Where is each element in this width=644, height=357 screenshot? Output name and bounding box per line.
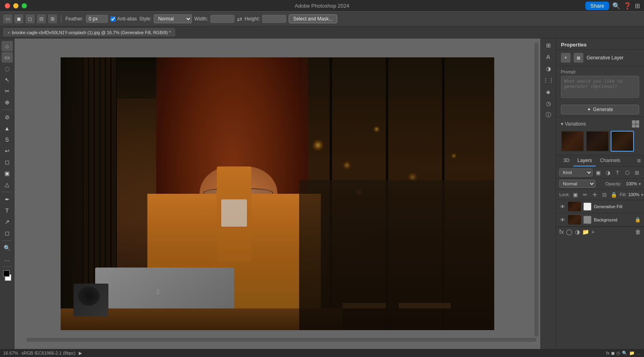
path-tool[interactable]: ↗ <box>2 217 13 227</box>
add-layer-icon[interactable]: + <box>591 229 595 235</box>
patterns-icon[interactable]: ⋮⋮ <box>543 75 554 85</box>
layers-menu-icon[interactable]: ≡ <box>637 157 641 164</box>
layer-row-background[interactable]: 👁 Background 🔒 <box>556 213 644 227</box>
maximize-button[interactable] <box>22 3 27 8</box>
swap-icon[interactable]: ⇄ <box>237 15 242 23</box>
help-icon[interactable]: ❓ <box>624 2 632 10</box>
kind-select[interactable]: Kind <box>559 168 593 176</box>
status-icon-4[interactable]: 🔍 <box>622 351 628 356</box>
variation-3[interactable] <box>611 131 634 152</box>
generate-button[interactable]: ✦ Generate <box>561 105 639 114</box>
vertical-scrollbar[interactable] <box>534 43 538 337</box>
variation-1[interactable] <box>561 131 584 152</box>
blend-row: Normal Multiply Screen Opacity: 100% ▾ <box>556 178 644 189</box>
horizontal-scrollbar[interactable] <box>26 338 536 342</box>
lock-position-icon[interactable]: ✛ <box>591 191 599 199</box>
shape-tool[interactable]: ◻ <box>2 228 13 238</box>
status-arrow-icon[interactable]: ▶ <box>79 351 82 356</box>
selection-tool[interactable]: ▭ <box>2 52 13 63</box>
minimize-button[interactable] <box>13 3 18 8</box>
info-icon[interactable]: ⓘ <box>543 110 554 120</box>
layer-visibility-background[interactable]: 👁 <box>559 217 566 223</box>
feather-input[interactable] <box>86 15 108 23</box>
width-input[interactable] <box>210 15 234 23</box>
tab-close-icon[interactable]: × <box>8 30 10 35</box>
filter-shape-icon[interactable]: ⬡ <box>623 168 631 176</box>
adjustments-icon[interactable]: ◑ <box>543 63 554 74</box>
filter-adjust-icon[interactable]: ◑ <box>604 168 612 176</box>
lasso-tool[interactable]: ◌ <box>2 63 13 74</box>
history-icon[interactable]: ◷ <box>543 98 554 109</box>
color-swatches[interactable] <box>2 270 13 281</box>
tool-icon-4[interactable]: ⊟ <box>37 14 46 23</box>
filter-pixel-icon[interactable]: ▣ <box>594 168 602 176</box>
status-icon-1[interactable]: fx <box>606 351 609 355</box>
clone-tool[interactable]: S <box>2 134 13 145</box>
tool-options-icon[interactable]: ▭ <box>3 14 12 23</box>
prompt-textarea[interactable] <box>561 76 639 98</box>
crop-tool[interactable]: ✂ <box>2 86 13 96</box>
opacity-value[interactable]: 100% <box>623 181 637 186</box>
add-mask-icon[interactable]: ◯ <box>566 229 573 235</box>
tool-icon-2[interactable]: ◼ <box>14 14 23 23</box>
delete-layer-icon[interactable]: 🗑 <box>635 229 641 235</box>
layer-mask-generative[interactable] <box>583 203 591 211</box>
status-icon-2[interactable]: ◼ <box>611 351 615 356</box>
more-tools[interactable]: … <box>2 254 13 264</box>
status-icon-6[interactable]: … <box>636 351 641 355</box>
lock-all-icon[interactable]: 🔒 <box>610 191 618 199</box>
tool-icon-3[interactable]: ◻ <box>26 14 35 23</box>
libraries-icon[interactable]: A <box>543 52 554 62</box>
variation-2[interactable] <box>586 131 609 152</box>
chevron-down-icon[interactable]: ▾ <box>561 121 563 127</box>
anti-alias-checkbox[interactable] <box>110 16 116 22</box>
foreground-color[interactable] <box>3 270 10 277</box>
eraser-tool[interactable]: ◻ <box>2 157 13 167</box>
fill-chevron-icon[interactable]: ▾ <box>641 193 643 197</box>
layer-visibility-generative[interactable]: 👁 <box>559 203 566 210</box>
filter-type-icon[interactable]: T <box>613 168 622 176</box>
filter-smart-icon[interactable]: ⊞ <box>633 168 641 176</box>
pen-tool[interactable]: ✒ <box>2 194 13 205</box>
height-input[interactable] <box>262 15 286 23</box>
history-brush[interactable]: ↩ <box>2 146 13 156</box>
document-tab[interactable]: × brooke-cagle-cb4Dv50LN1Y-unsplash (1).… <box>3 28 175 37</box>
gradient-tool[interactable]: ▣ <box>2 168 13 178</box>
layer-row-generative[interactable]: 👁 Generative Fill <box>556 200 644 213</box>
canvas-area[interactable]:  <box>14 39 540 349</box>
lock-transparency-icon[interactable]: ▣ <box>571 191 579 199</box>
eyedropper-tool[interactable]: ⊕ <box>2 97 13 108</box>
blur-tool[interactable]: △ <box>2 179 13 190</box>
select-mask-button[interactable]: Select and Mask... <box>289 14 337 23</box>
move-tool[interactable]: ⌂ <box>2 41 13 51</box>
close-button[interactable] <box>5 3 10 8</box>
properties-icon[interactable]: ⊞ <box>543 40 554 51</box>
status-icon-3[interactable]: ◷ <box>616 351 620 356</box>
style-select[interactable]: Normal Fixed Ratio Fixed Size <box>154 14 192 23</box>
lock-artboard-icon[interactable]: ⊟ <box>600 191 608 199</box>
opacity-chevron-icon[interactable]: ▾ <box>639 182 641 186</box>
lock-pixels-icon[interactable]: ✏ <box>581 191 589 199</box>
layer-mask-background[interactable] <box>583 216 591 224</box>
blend-mode-select[interactable]: Normal Multiply Screen <box>559 180 595 188</box>
brush-tool[interactable]: ▲ <box>2 123 13 134</box>
tab-layers[interactable]: Layers <box>573 155 596 166</box>
window-icon[interactable]: ⊞ <box>635 2 640 10</box>
search-icon[interactable]: 🔍 <box>612 2 620 10</box>
tool-icon-5[interactable]: ⊞ <box>48 14 57 23</box>
add-adjustment-icon[interactable]: ◑ <box>575 229 580 235</box>
tab-channels[interactable]: Channels <box>596 155 624 166</box>
healing-tool[interactable]: ⊘ <box>2 112 13 122</box>
fx-icon[interactable]: fx <box>559 229 564 235</box>
anti-alias-label[interactable]: Anti-alias <box>110 16 137 22</box>
zoom-tool[interactable]: 🔍 <box>2 243 13 253</box>
grid-view-icon[interactable] <box>632 120 639 128</box>
text-tool[interactable]: T <box>2 205 13 216</box>
status-icon-5[interactable]: 📁 <box>629 351 635 356</box>
share-button[interactable]: Share <box>585 2 609 10</box>
add-group-icon[interactable]: 📁 <box>582 229 589 235</box>
object-selection-tool[interactable]: ↖ <box>2 75 13 85</box>
fill-value[interactable]: 100% <box>628 192 639 197</box>
styles-icon[interactable]: ◈ <box>543 87 554 97</box>
tab-3d[interactable]: 3D <box>559 155 573 166</box>
